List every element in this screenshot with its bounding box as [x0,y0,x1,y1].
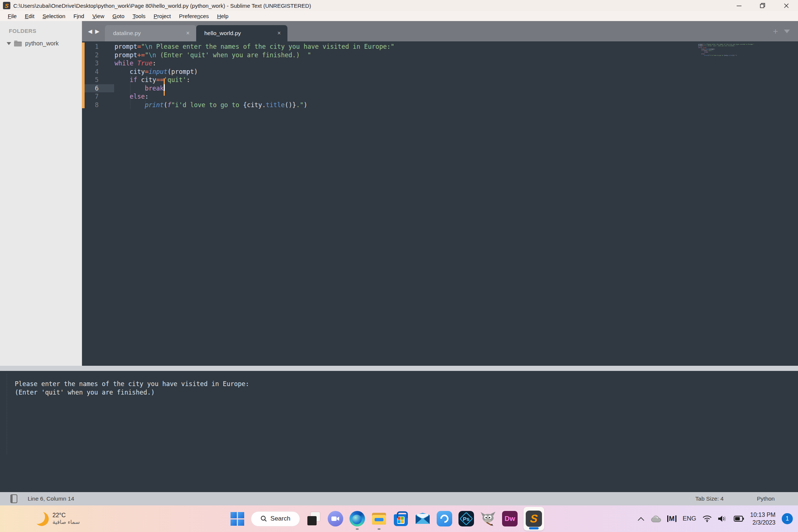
messaging-app-button[interactable] [436,511,453,527]
messaging-app-icon [437,511,452,526]
build-output-panel[interactable]: Please enter the names of the city you h… [0,371,798,492]
minimap[interactable]: prompt="\n Please enter the names of the… [698,44,754,56]
menu-item-find[interactable]: Find [74,13,84,19]
line-number: 2 [82,51,99,59]
gimp-button[interactable] [480,511,496,527]
clock[interactable]: 10:13 PM 2/3/2023 [750,511,775,526]
code-editor[interactable]: 1prompt="\n Please enter the names of th… [82,41,798,366]
menu-item-view[interactable]: View [92,13,104,19]
store-icon [394,514,408,526]
caret-column-mark [164,91,165,96]
battery-icon[interactable] [734,516,744,522]
sublime-text-icon: S [526,511,542,527]
gimp-icon [480,511,496,526]
language-indicator[interactable]: ENG [683,515,696,522]
console-guide-line [7,374,7,454]
folders-header: FOLDERS [9,28,82,34]
expand-arrow-icon[interactable] [7,42,11,45]
tab-close-icon[interactable]: × [185,30,191,37]
code-line-7[interactable]: 7 else: [82,92,798,101]
status-bar: Line 6, Column 14 Tab Size: 4 Python [0,492,798,505]
code-line-4[interactable]: 4 city=input(prompt) [82,68,798,76]
tray-date: 2/3/2023 [750,519,775,526]
tab-close-icon[interactable]: × [276,30,282,37]
console-output-line: Please enter the names of the city you h… [15,380,798,388]
code-line-3[interactable]: 3while True: [82,59,798,68]
code-line-8[interactable]: 8 print(f"i'd love to go to {city.title(… [82,101,798,109]
tab-scroll-left-icon[interactable]: ◀ [88,28,92,35]
search-icon [260,515,267,522]
mail-icon [415,513,430,525]
code-line-2[interactable]: 2prompt+="\n (Enter 'quit' when you are … [82,51,798,59]
edge-icon [349,511,365,526]
mail-button[interactable] [415,511,431,527]
tray-time: 10:13 PM [750,511,775,519]
line-number: 4 [82,68,99,76]
folder-icon [14,40,23,47]
cursor-position: Line 6, Column 14 [28,495,74,502]
tab-hello_world.py[interactable]: hello_world.py× [196,25,287,41]
menu-item-preferences[interactable]: Preferences [179,13,209,19]
search-box[interactable]: Search [251,511,300,526]
new-tab-button[interactable]: + [773,27,778,36]
sidebar-toggle-icon[interactable] [10,494,17,503]
task-view-button[interactable] [306,511,322,527]
weather-widget[interactable]: 22°C سماء صافية [31,505,80,532]
menu-item-selection[interactable]: Selection [42,13,65,19]
minimize-icon [736,3,742,8]
tab-label: dataline.py [113,30,185,37]
menu-item-tools[interactable]: Tools [133,13,146,19]
weather-condition: سماء صافية [52,519,80,525]
restore-icon [760,3,765,8]
photoshop-express-icon: Ps [458,511,474,526]
running-indicator [356,528,359,530]
menu-item-edit[interactable]: Edit [25,13,34,19]
photoshop-express-button[interactable]: Ps [458,511,474,527]
sublime-text-button[interactable]: S [524,507,544,531]
line-number: 6 [82,84,99,93]
tab-dataline.py[interactable]: dataline.py× [105,25,196,41]
file-explorer-button[interactable] [371,511,387,527]
line-number: 1 [82,42,99,51]
wifi-icon[interactable] [703,515,712,522]
tab-scroll-right-icon[interactable]: ▶ [95,28,100,35]
panel-splitter[interactable] [0,366,798,371]
minimize-button[interactable] [727,0,751,11]
chat-button[interactable] [327,511,344,527]
folder-label: python_work [25,40,59,47]
text-cursor [164,84,165,91]
menu-item-project[interactable]: Project [154,13,171,19]
dreamweaver-button[interactable]: Dw [502,511,518,527]
chat-icon [328,511,343,526]
dreamweaver-icon: Dw [502,511,518,526]
volume-icon[interactable] [718,515,727,522]
sidebar: FOLDERS python_work [0,21,82,366]
line-number: 5 [82,76,99,84]
menu-item-goto[interactable]: Goto [112,13,125,19]
tab-size-indicator[interactable]: Tab Size: 4 [695,495,724,502]
edge-button[interactable] [349,511,365,527]
moon-weather-icon [30,509,46,525]
tab-overflow-icon[interactable] [784,30,790,33]
tab-bar: ◀ ▶ dataline.py×hello_world.py× + [82,21,798,41]
close-icon [784,3,789,8]
sidebar-item-python-work[interactable]: python_work [7,40,82,47]
mouse-without-borders-icon[interactable]: M [667,515,676,523]
code-line-5[interactable]: 5 if city=='quit': [82,76,798,84]
menu-item-file[interactable]: File [8,13,17,19]
onedrive-icon[interactable] [651,515,661,522]
window-title: C:\Users\zubai\OneDrive\Desktop\python_w… [13,3,311,9]
menu-item-help[interactable]: Help [217,13,228,19]
notification-badge[interactable]: 1 [782,513,793,524]
running-indicator [378,528,381,530]
syntax-indicator[interactable]: Python [757,495,775,502]
tray-chevron-up-icon[interactable] [638,517,644,521]
start-button[interactable] [229,511,245,527]
code-line-1[interactable]: 1prompt="\n Please enter the names of th… [82,42,798,51]
code-line-6[interactable]: 6 break [82,84,798,93]
close-button[interactable] [774,0,798,11]
line-number: 8 [82,101,99,109]
windows-taskbar: 22°C سماء صافية Search [0,505,798,532]
microsoft-store-button[interactable] [393,511,409,527]
restore-button[interactable] [751,0,774,11]
